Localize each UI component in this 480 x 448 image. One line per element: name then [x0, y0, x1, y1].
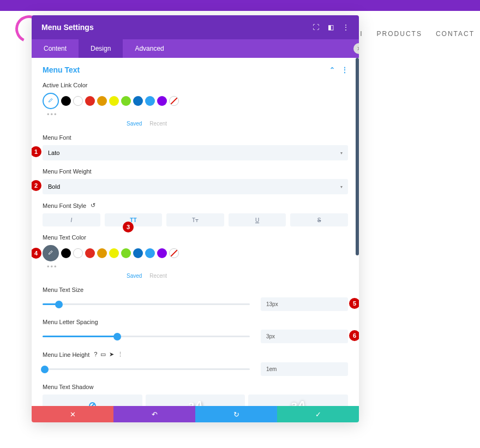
redo-button[interactable]: ↻	[195, 406, 277, 422]
saved-tab[interactable]: Saved	[127, 121, 142, 127]
label-font-weight: Menu Font Weight	[43, 168, 348, 175]
swatch-none[interactable]	[169, 96, 179, 106]
font-select[interactable]: Lato▾	[43, 145, 348, 160]
reset-icon[interactable]: ↺	[91, 202, 95, 209]
nav-contact[interactable]: CONTACT	[436, 30, 475, 38]
swatch-none[interactable]	[169, 248, 179, 258]
swatch-black[interactable]	[61, 96, 71, 106]
style-strike[interactable]: S	[290, 213, 348, 226]
tab-design[interactable]: Design	[79, 39, 123, 58]
spacing-input[interactable]: 3px	[261, 330, 348, 343]
style-underline[interactable]: U	[229, 213, 286, 226]
label-letter-spacing: Menu Letter Spacing	[43, 319, 348, 325]
more-dots[interactable]: •••	[47, 110, 348, 118]
recent-tab[interactable]: Recent	[149, 121, 167, 127]
lineheight-input[interactable]: 1em	[261, 362, 348, 376]
size-slider[interactable]	[43, 301, 250, 308]
nav-products[interactable]: PRODUCTS	[377, 30, 422, 38]
swatch-black[interactable]	[61, 248, 71, 258]
swatch-orange[interactable]	[97, 248, 107, 258]
badge-4: 4	[32, 248, 41, 259]
lineheight-slider[interactable]	[43, 366, 250, 373]
swatch-yellow[interactable]	[109, 248, 119, 258]
style-italic[interactable]: I	[43, 213, 100, 226]
eyedropper-text[interactable]	[43, 245, 59, 261]
label-font-style: Menu Font Style ↺	[43, 202, 348, 209]
label-line-height: Menu Line Height ?▭➤⋮	[43, 351, 348, 358]
collapse-icon[interactable]: ⌃	[329, 66, 335, 74]
more-icon[interactable]: ⋮	[117, 351, 123, 357]
badge-3: 3	[123, 222, 134, 232]
section-title: Menu Text	[43, 65, 80, 74]
more-dots[interactable]: •••	[47, 262, 348, 271]
settings-modal: Menu Settings ⛶ ◧ ⋮ Content Design Advan…	[32, 15, 359, 422]
badge-1: 1	[32, 146, 41, 157]
style-uppercase[interactable]: TT	[105, 213, 163, 226]
badge-6: 6	[349, 330, 359, 341]
undo-button[interactable]: ↶	[113, 406, 195, 422]
swatch-red[interactable]	[85, 96, 95, 106]
style-smallcaps[interactable]: Tᴛ	[166, 213, 224, 226]
eyedropper-active[interactable]	[43, 93, 59, 109]
swatch-purple[interactable]	[157, 248, 167, 258]
label-text-size: Menu Text Size	[43, 286, 348, 293]
modal-title: Menu Settings	[41, 23, 94, 32]
swatch-blue[interactable]	[145, 96, 155, 106]
spacing-slider[interactable]	[43, 333, 250, 341]
recent-tab[interactable]: Recent	[149, 273, 167, 279]
tab-advanced[interactable]: Advanced	[123, 39, 176, 58]
label-text-color: Menu Text Color	[43, 234, 348, 241]
saved-tab[interactable]: Saved	[127, 273, 142, 279]
tab-content[interactable]: Content	[32, 39, 79, 58]
swatch-white[interactable]	[73, 96, 83, 106]
swatch-red[interactable]	[85, 248, 95, 258]
swatch-green[interactable]	[121, 96, 131, 106]
weight-select[interactable]: Bold▾	[43, 179, 348, 194]
label-active-link-color: Active Link Color	[43, 82, 348, 88]
more-icon[interactable]: ⋮	[343, 23, 349, 31]
section-more-icon[interactable]: ⋮	[341, 66, 348, 74]
save-button[interactable]: ✓	[277, 406, 359, 422]
size-input[interactable]: 13px	[261, 297, 348, 311]
label-menu-font: Menu Font	[43, 134, 348, 141]
swatch-purple[interactable]	[157, 96, 167, 106]
swatch-orange[interactable]	[97, 96, 107, 106]
scrollbar[interactable]	[356, 58, 359, 255]
help-icon[interactable]: ?	[94, 351, 97, 357]
device-icon[interactable]: ▭	[100, 351, 106, 357]
swatch-yellow[interactable]	[109, 96, 119, 106]
expand-icon[interactable]: ⛶	[313, 23, 319, 31]
badge-2: 2	[32, 180, 41, 191]
swatch-blue[interactable]	[145, 248, 155, 258]
swatch-cyan[interactable]	[133, 248, 143, 258]
badge-5: 5	[349, 298, 359, 309]
swatch-cyan[interactable]	[133, 96, 143, 106]
label-text-shadow: Menu Text Shadow	[43, 384, 348, 390]
columns-icon[interactable]: ◧	[328, 23, 334, 31]
cancel-button[interactable]: ✕	[32, 406, 113, 422]
hover-icon[interactable]: ➤	[109, 351, 114, 357]
swatch-green[interactable]	[121, 248, 131, 258]
close-icon[interactable]: ✕	[353, 43, 359, 54]
swatch-white[interactable]	[73, 248, 83, 258]
